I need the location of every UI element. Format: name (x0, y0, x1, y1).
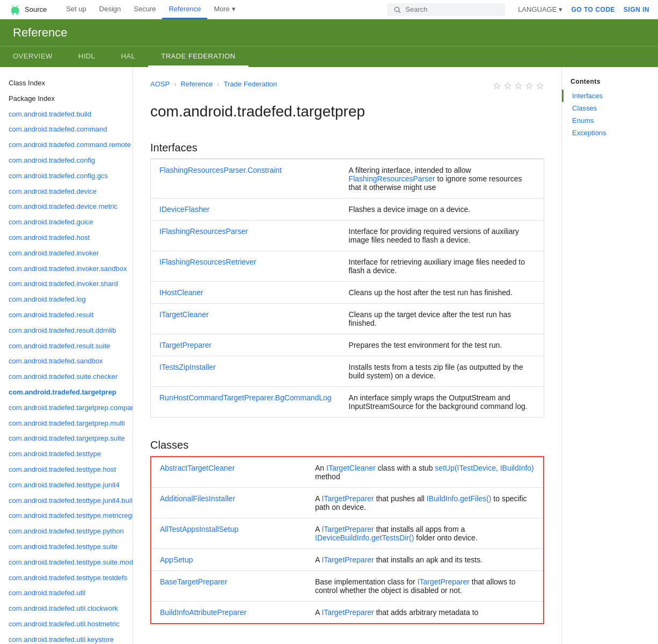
class-link-2[interactable]: AllTestAppsInstallSetup (160, 525, 238, 533)
sidebar-item-build[interactable]: com.android.tradefed.build (0, 107, 133, 122)
sidebar-item-testtype[interactable]: com.android.tradefed.testtype (0, 447, 133, 462)
sidebar-item-device-metric[interactable]: com.android.tradefed.device.metric (0, 199, 133, 215)
sidebar-item-testtype-junit4-builder[interactable]: com.android.tradefed.testtype.junit4.bui… (0, 493, 133, 509)
logo[interactable]: Source (9, 3, 47, 16)
star-1[interactable]: ☆ (493, 80, 501, 92)
sidebar-item-testtype-suite-module[interactable]: com.android.tradefed.testtype.suite.modu… (0, 555, 133, 570)
inline-link[interactable]: IDeviceBuildInfo.getTestsDir() (315, 533, 414, 542)
interface-link-2[interactable]: IFlashingResourcesParser (159, 227, 248, 236)
inline-link[interactable]: ITargetPreparer (321, 555, 374, 564)
sidebar-item-util-hostmetric[interactable]: com.android.tradefed.util.hostmetric (0, 617, 133, 632)
class-link-5[interactable]: BuildInfoAttributePreparer (160, 608, 246, 617)
language-button[interactable]: LANGUAGE ▾ (518, 5, 562, 13)
inline-link[interactable]: ITargetPreparer (321, 494, 374, 503)
inline-link[interactable]: setUp(ITestDevice, IBuildInfo) (435, 464, 533, 472)
interface-link-8[interactable]: RunHostCommandTargetPreparer.BgCommandLo… (159, 393, 332, 402)
inline-link[interactable]: ITargetPreparer (418, 577, 470, 586)
toc-item-classes[interactable]: Classes (562, 102, 658, 114)
sidebar-item-util-clockwork[interactable]: com.android.tradefed.util.clockwork (0, 601, 133, 617)
breadcrumb-aosp[interactable]: AOSP (150, 80, 170, 88)
inline-link[interactable]: ITargetPreparer (321, 608, 374, 617)
sidebar-item-testtype-suite[interactable]: com.android.tradefed.testtype.suite (0, 539, 133, 555)
sidebar-item-util[interactable]: com.android.tradefed.util (0, 586, 133, 601)
sidebar-item-config-gcs[interactable]: com.android.tradefed.config.gcs (0, 169, 133, 184)
toc-sidebar: Contents Interfaces Classes Enums Except… (561, 67, 658, 644)
star-2[interactable]: ☆ (503, 80, 512, 92)
sidebar-item-package-index[interactable]: Package Index (0, 91, 133, 107)
sidebar-item-testtype-python[interactable]: com.android.tradefed.testtype.python (0, 524, 133, 539)
class-link-3[interactable]: AppSetup (160, 555, 193, 564)
star-3[interactable]: ☆ (514, 80, 523, 92)
tab-hal[interactable]: HAL (108, 47, 148, 67)
table-row: FlashingResourcesParser.Constraint A fil… (151, 159, 544, 199)
toc-item-enums[interactable]: Enums (562, 114, 658, 127)
sidebar-item-targetprep[interactable]: com.android.tradefed.targetprep (0, 385, 133, 400)
sidebar-item-host[interactable]: com.android.tradefed.host (0, 230, 133, 246)
sidebar-item-command[interactable]: com.android.tradefed.command (0, 122, 133, 137)
breadcrumb-trade-federation[interactable]: Trade Federation (224, 80, 277, 88)
sidebar-item-result-ddmlib[interactable]: com.android.tradefed.result.ddmlib (0, 323, 133, 339)
sidebar-item-config[interactable]: com.android.tradefed.config (0, 153, 133, 169)
search-input[interactable] (405, 5, 499, 13)
breadcrumb-reference[interactable]: Reference (180, 80, 213, 88)
main-layout: Class Index Package Index com.android.tr… (0, 67, 658, 644)
sidebar-item-testtype-metricregression[interactable]: com.android.tradefed.testtype.metricregr… (0, 508, 133, 524)
sidebar-item-targetprep-suite[interactable]: com.android.tradefed.targetprep.suite (0, 431, 133, 447)
class-link-1[interactable]: AdditionalFilesInstaller (160, 494, 235, 503)
tab-overview[interactable]: OVERVIEW (0, 47, 65, 67)
sidebar-item-sandbox[interactable]: com.android.tradefed.sandbox (0, 354, 133, 369)
sidebar-item-command-remote[interactable]: com.android.tradefed.command.remote (0, 137, 133, 153)
inline-link[interactable]: ITargetPreparer (321, 525, 374, 533)
tab-hidl[interactable]: HIDL (65, 47, 108, 67)
sidebar-item-result[interactable]: com.android.tradefed.result (0, 308, 133, 323)
sidebar: Class Index Package Index com.android.tr… (0, 67, 133, 644)
sidebar-item-device[interactable]: com.android.tradefed.device (0, 184, 133, 200)
interface-link-0[interactable]: FlashingResourcesParser.Constraint (159, 166, 282, 174)
nav-secure[interactable]: Secure (127, 0, 162, 19)
toc-item-interfaces[interactable]: Interfaces (562, 90, 658, 102)
interface-link-4[interactable]: IHostCleaner (159, 288, 203, 297)
go-to-code-button[interactable]: GO TO CODE (571, 6, 615, 13)
sidebar-item-guice[interactable]: com.android.tradefed.guice (0, 215, 133, 230)
search-bar[interactable] (387, 3, 505, 16)
sidebar-item-testtype-host[interactable]: com.android.tradefed.testtype.host (0, 462, 133, 478)
sidebar-item-invoker-sandbox[interactable]: com.android.tradefed.invoker.sandbox (0, 261, 133, 277)
sidebar-item-log[interactable]: com.android.tradefed.log (0, 292, 133, 308)
sidebar-item-invoker-shard[interactable]: com.android.tradefed.invoker.shard (0, 276, 133, 292)
table-row: AbstractTargetCleaner An ITargetCleaner … (151, 457, 544, 488)
sidebar-item-testtype-testdefs[interactable]: com.android.tradefed.testtype.testdefs (0, 570, 133, 586)
star-rating: ☆ ☆ ☆ ☆ ☆ (493, 80, 544, 92)
sign-in-button[interactable]: SIGN IN (624, 6, 649, 13)
sidebar-item-class-index[interactable]: Class Index (0, 76, 133, 91)
sidebar-item-targetprep-multi[interactable]: com.android.tradefed.targetprep.multi (0, 416, 133, 431)
class-link-4[interactable]: BaseTargetPreparer (160, 577, 227, 586)
sidebar-item-result-suite[interactable]: com.android.tradefed.result.suite (0, 339, 133, 354)
interface-link-3[interactable]: IFlashingResourcesRetriever (159, 258, 257, 266)
interface-link-7[interactable]: ITestsZipInstaller (159, 363, 216, 371)
table-row: BaseTargetPreparer Base implementation c… (151, 571, 544, 602)
nav-more[interactable]: More ▾ (207, 0, 242, 19)
nav-setup[interactable]: Set up (60, 0, 93, 19)
toc-item-exceptions[interactable]: Exceptions (562, 127, 658, 139)
sidebar-item-testtype-junit4[interactable]: com.android.tradefed.testtype.junit4 (0, 478, 133, 493)
inline-link[interactable]: ITargetCleaner (326, 464, 376, 472)
interface-link-5[interactable]: ITargetCleaner (159, 310, 209, 319)
star-4[interactable]: ☆ (525, 80, 533, 92)
class-link-0[interactable]: AbstractTargetCleaner (160, 464, 235, 472)
sidebar-item-suite-checker[interactable]: com.android.tradefed.suite.checker (0, 369, 133, 385)
inline-link[interactable]: FlashingResourcesParser (349, 174, 435, 183)
nav-design[interactable]: Design (93, 0, 127, 19)
star-5[interactable]: ☆ (536, 80, 544, 92)
sidebar-item-targetprep-companion[interactable]: com.android.tradefed.targetprep.companio… (0, 400, 133, 416)
nav-reference[interactable]: Reference (162, 0, 207, 19)
content-wrapper: AOSP › Reference › Trade Federation ☆ ☆ … (133, 67, 561, 644)
table-row: AdditionalFilesInstaller A ITargetPrepar… (151, 488, 544, 518)
sidebar-item-invoker[interactable]: com.android.tradefed.invoker (0, 246, 133, 261)
tab-trade-federation[interactable]: TRADE FEDERATION (148, 47, 248, 67)
sidebar-item-util-keystore[interactable]: com.android.tradefed.util.keystore (0, 632, 133, 644)
interface-link-1[interactable]: IDeviceFlasher (159, 205, 209, 214)
search-icon (393, 5, 401, 14)
interface-link-6[interactable]: ITargetPreparer (159, 341, 211, 349)
svg-rect-4 (12, 13, 14, 15)
inline-link[interactable]: IBuildInfo.getFiles() (427, 494, 492, 503)
